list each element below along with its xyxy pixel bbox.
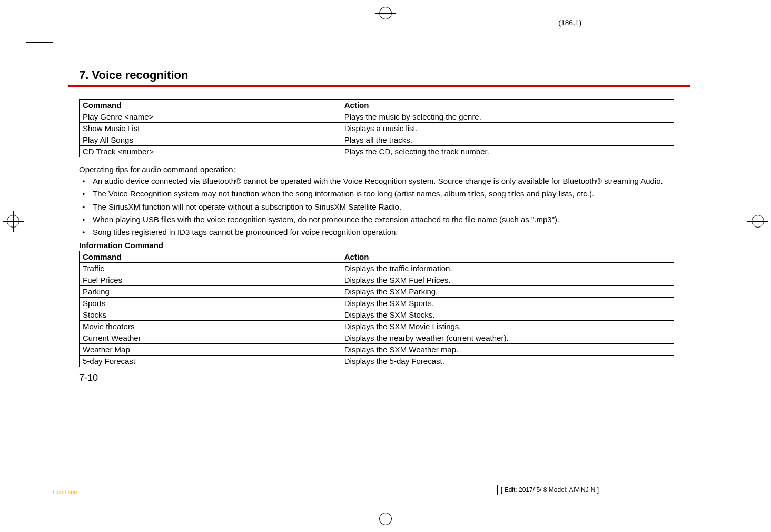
- heading-divider: [68, 85, 690, 87]
- cmd-cell: Movie theaters: [80, 321, 341, 332]
- list-item: The SiriusXM function will not operate w…: [79, 202, 674, 212]
- crop-mark: [718, 26, 718, 53]
- action-cell: Displays the SXM Parking.: [341, 286, 674, 298]
- cmd-cell: Stocks: [80, 309, 341, 321]
- table-row: Play Genre <name> Plays the music by sel…: [80, 111, 674, 123]
- cmd-cell: Fuel Prices: [80, 274, 341, 286]
- registration-mark: [375, 508, 396, 529]
- cmd-cell: Traffic: [80, 263, 341, 274]
- table-header-row: Command Action: [80, 251, 674, 263]
- action-cell: Plays all the tracks.: [341, 134, 674, 146]
- table-row: Weather Map Displays the SXM Weather map…: [80, 344, 674, 356]
- cmd-cell: Current Weather: [80, 332, 341, 344]
- table-header-command: Command: [80, 100, 341, 111]
- table-header-command: Command: [80, 251, 341, 263]
- section-heading: 7. Voice recognition: [79, 68, 674, 82]
- tips-list: An audio device connected via Bluetooth®…: [79, 176, 674, 238]
- action-cell: Displays the SXM Fuel Prices.: [341, 274, 674, 286]
- footer-condition: Condition:: [53, 489, 79, 495]
- action-cell: Displays the nearby weather (current wea…: [341, 332, 674, 344]
- table-row: Movie theaters Displays the SXM Movie Li…: [80, 321, 674, 332]
- crop-mark: [26, 42, 53, 43]
- crop-mark: [718, 500, 745, 500]
- cmd-cell: Play All Songs: [80, 134, 341, 146]
- crop-mark: [718, 53, 745, 53]
- page-coordinate: (186,1): [558, 18, 581, 27]
- cmd-cell: Play Genre <name>: [80, 111, 341, 123]
- table-row: Current Weather Displays the nearby weat…: [80, 332, 674, 344]
- list-item: When playing USB files with the voice re…: [79, 214, 674, 225]
- action-cell: Displays the SXM Weather map.: [341, 344, 674, 356]
- action-cell: Plays the music by selecting the genre.: [341, 111, 674, 123]
- information-command-table: Command Action Traffic Displays the traf…: [79, 251, 674, 367]
- action-cell: Plays the CD, selecting the track number…: [341, 146, 674, 157]
- action-cell: Displays the SXM Sports.: [341, 298, 674, 309]
- crop-mark: [26, 500, 53, 500]
- table-row: 5-day Forecast Displays the 5-day Foreca…: [80, 356, 674, 367]
- registration-mark: [747, 211, 768, 232]
- list-item: An audio device connected via Bluetooth®…: [79, 176, 674, 186]
- cmd-cell: CD Track <number>: [80, 146, 341, 157]
- list-item: Song titles registered in ID3 tags canno…: [79, 227, 674, 238]
- table-header-action: Action: [341, 100, 674, 111]
- table-row: Parking Displays the SXM Parking.: [80, 286, 674, 298]
- cmd-cell: Weather Map: [80, 344, 341, 356]
- table-row: Fuel Prices Displays the SXM Fuel Prices…: [80, 274, 674, 286]
- table-row: Sports Displays the SXM Sports.: [80, 298, 674, 309]
- table-row: Show Music List Displays a music list.: [80, 123, 674, 134]
- registration-mark: [3, 211, 24, 232]
- table-row: Traffic Displays the traffic information…: [80, 263, 674, 274]
- tips-intro: Operating tips for audio command operati…: [79, 165, 674, 174]
- table-header-row: Command Action: [80, 100, 674, 111]
- table-row: Play All Songs Plays all the tracks.: [80, 134, 674, 146]
- action-cell: Displays the 5-day Forecast.: [341, 356, 674, 367]
- footer-edit-info: [ Edit: 2017/ 5/ 8 Model: AIVINJ-N ]: [497, 485, 718, 495]
- table-row: CD Track <number> Plays the CD, selectin…: [80, 146, 674, 157]
- information-command-heading: Information Command: [79, 241, 674, 250]
- table-row: Stocks Displays the SXM Stocks.: [80, 309, 674, 321]
- crop-mark: [53, 16, 53, 42]
- crop-mark: [53, 500, 53, 527]
- cmd-cell: Parking: [80, 286, 341, 298]
- action-cell: Displays the traffic information.: [341, 263, 674, 274]
- action-cell: Displays the SXM Movie Listings.: [341, 321, 674, 332]
- cmd-cell: Show Music List: [80, 123, 341, 134]
- action-cell: Displays the SXM Stocks.: [341, 309, 674, 321]
- crop-mark: [718, 500, 718, 527]
- registration-mark: [375, 3, 396, 24]
- action-cell: Displays a music list.: [341, 123, 674, 134]
- page-number: 7-10: [79, 372, 674, 383]
- table-header-action: Action: [341, 251, 674, 263]
- list-item: The Voice Recognition system may not fun…: [79, 189, 674, 199]
- audio-command-table: Command Action Play Genre <name> Plays t…: [79, 99, 674, 157]
- cmd-cell: Sports: [80, 298, 341, 309]
- cmd-cell: 5-day Forecast: [80, 356, 341, 367]
